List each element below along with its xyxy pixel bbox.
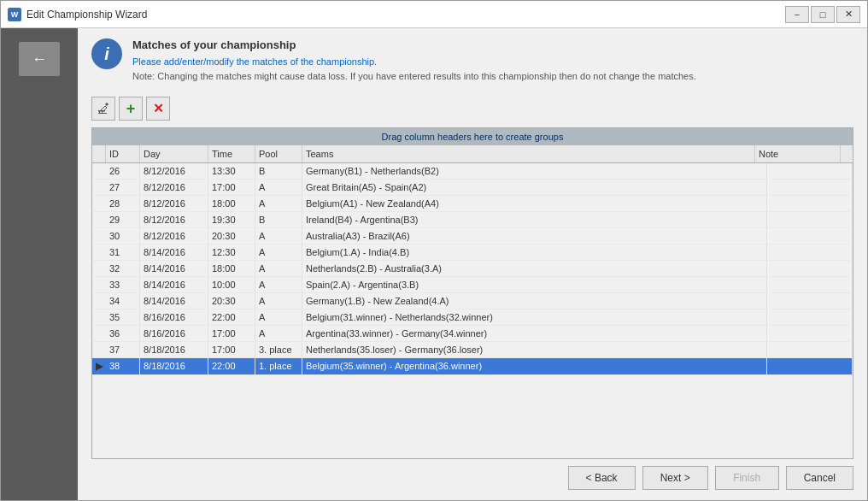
table-row[interactable]: 308/12/201620:30AAustralia(A3) - Brazil(… <box>92 228 853 245</box>
cell-note <box>767 358 853 374</box>
minimize-button[interactable]: − <box>785 6 809 23</box>
cell-day: 8/16/2016 <box>140 309 208 325</box>
cell-day: 8/12/2016 <box>140 228 208 244</box>
delete-button[interactable]: ✕ <box>146 97 170 121</box>
table-row[interactable]: 358/16/201622:00ABelgium(31.winner) - Ne… <box>92 309 853 326</box>
cell-pool: A <box>255 277 302 292</box>
cell-id: 32 <box>106 261 140 276</box>
row-indicator <box>92 228 106 244</box>
back-sidebar-button[interactable]: ← <box>19 42 60 76</box>
row-indicator <box>92 261 106 276</box>
cell-id: 29 <box>106 212 140 227</box>
row-indicator: ▶ <box>92 358 106 374</box>
sidebar: ← <box>1 28 78 500</box>
cell-pool: A <box>255 245 302 260</box>
row-indicator <box>92 180 106 195</box>
group-header: Drag column headers here to create group… <box>92 128 853 145</box>
row-indicator <box>92 245 106 260</box>
next-button[interactable]: Next > <box>642 466 708 490</box>
cell-id: 37 <box>106 342 140 357</box>
table-row[interactable]: 298/12/201619:30BIreland(B4) - Argentina… <box>92 212 853 228</box>
cell-day: 8/14/2016 <box>140 277 208 292</box>
cell-teams: Great Britain(A5) - Spain(A2) <box>302 180 767 195</box>
cell-time: 10:00 <box>208 277 255 292</box>
edit-icon <box>97 103 109 115</box>
cell-teams: Netherlands(2.B) - Australia(3.A) <box>302 261 767 276</box>
cell-day: 8/12/2016 <box>140 180 208 195</box>
info-icon: i <box>91 38 122 69</box>
row-indicator <box>92 163 106 179</box>
cell-time: 18:00 <box>208 261 255 276</box>
cell-time: 17:00 <box>208 342 255 357</box>
cell-pool: B <box>255 163 302 179</box>
cell-day: 8/12/2016 <box>140 212 208 227</box>
cell-day: 8/12/2016 <box>140 196 208 211</box>
cell-note <box>767 293 853 309</box>
cancel-button[interactable]: Cancel <box>786 466 853 490</box>
cell-id: 35 <box>106 309 140 325</box>
cell-teams: Belgium(35.winner) - Argentina(36.winner… <box>302 358 767 374</box>
main-window: W Edit Championship Wizard − □ ✕ ← i Mat… <box>0 0 868 501</box>
cell-note <box>767 212 853 227</box>
cell-pool: A <box>255 228 302 244</box>
cell-note <box>767 261 853 276</box>
table-row[interactable]: ▶388/18/201622:001. placeBelgium(35.winn… <box>92 358 853 375</box>
section-title: Matches of your championship <box>132 38 696 51</box>
cell-day: 8/18/2016 <box>140 358 208 374</box>
table-row[interactable]: 278/12/201617:00AGreat Britain(A5) - Spa… <box>92 180 853 196</box>
header-note: Note <box>755 145 841 162</box>
matches-grid: Drag column headers here to create group… <box>91 127 853 459</box>
header-id: ID <box>106 145 140 162</box>
cell-id: 26 <box>106 163 140 179</box>
cell-id: 33 <box>106 277 140 292</box>
cell-teams: Australia(A3) - Brazil(A6) <box>302 228 767 244</box>
toolbar: + ✕ <box>91 97 853 121</box>
cell-note <box>767 163 853 179</box>
cell-pool: A <box>255 326 302 341</box>
row-indicator <box>92 309 106 325</box>
grid-body[interactable]: 268/12/201613:30BGermany(B1) - Netherlan… <box>92 163 853 458</box>
table-row[interactable]: 328/14/201618:00ANetherlands(2.B) - Aust… <box>92 261 853 277</box>
table-row[interactable]: 338/14/201610:00ASpain(2.A) - Argentina(… <box>92 277 853 293</box>
title-bar: W Edit Championship Wizard − □ ✕ <box>1 1 867 28</box>
cell-day: 8/14/2016 <box>140 293 208 309</box>
cell-id: 27 <box>106 180 140 195</box>
cell-note <box>767 326 853 341</box>
window-title: Edit Championship Wizard <box>26 9 780 21</box>
cell-note <box>767 228 853 244</box>
header-teams: Teams <box>302 145 755 162</box>
edit-button[interactable] <box>91 97 115 121</box>
table-row[interactable]: 378/18/201617:003. placeNetherlands(35.l… <box>92 342 853 358</box>
cell-day: 8/18/2016 <box>140 342 208 357</box>
restore-button[interactable]: □ <box>811 6 835 23</box>
footer: < Back Next > Finish Cancel <box>91 459 853 490</box>
cell-pool: A <box>255 309 302 325</box>
close-button[interactable]: ✕ <box>836 6 860 23</box>
header-pool: Pool <box>255 145 302 162</box>
table-row[interactable]: 268/12/201613:30BGermany(B1) - Netherlan… <box>92 163 853 180</box>
cell-pool: A <box>255 261 302 276</box>
cell-day: 8/12/2016 <box>140 163 208 179</box>
cell-pool: B <box>255 212 302 227</box>
cell-pool: 1. place <box>255 358 302 374</box>
svg-rect-3 <box>98 113 107 114</box>
cell-teams: Spain(2.A) - Argentina(3.B) <box>302 277 767 292</box>
cell-time: 17:00 <box>208 326 255 341</box>
cell-day: 8/14/2016 <box>140 261 208 276</box>
add-button[interactable]: + <box>119 97 143 121</box>
cell-note <box>767 245 853 260</box>
cell-note <box>767 196 853 211</box>
table-row[interactable]: 288/12/201618:00ABelgium(A1) - New Zeala… <box>92 196 853 212</box>
table-row[interactable]: 318/14/201612:30ABelgium(1.A) - India(4.… <box>92 245 853 261</box>
cell-note <box>767 309 853 325</box>
back-button[interactable]: < Back <box>568 466 636 490</box>
table-row[interactable]: 368/16/201617:00AArgentina(33.winner) - … <box>92 326 853 342</box>
main-panel: i Matches of your championship Please ad… <box>78 28 867 500</box>
table-row[interactable]: 348/14/201620:30AGermany(1.B) - New Zeal… <box>92 293 853 309</box>
cell-id: 28 <box>106 196 140 211</box>
cell-teams: Netherlands(35.loser) - Germany(36.loser… <box>302 342 767 357</box>
cell-id: 36 <box>106 326 140 341</box>
cell-time: 12:30 <box>208 245 255 260</box>
cell-time: 13:30 <box>208 163 255 179</box>
svg-marker-1 <box>99 106 107 114</box>
